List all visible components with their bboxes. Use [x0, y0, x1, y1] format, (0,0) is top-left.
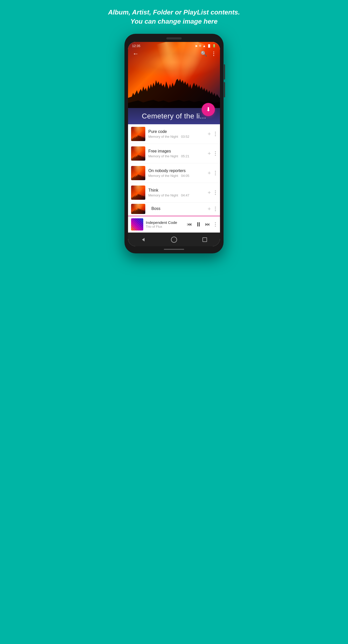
track-duration: 04:47	[181, 193, 189, 197]
track-name: Pure code	[148, 129, 208, 134]
back-nav-button[interactable]	[139, 236, 147, 244]
next-button[interactable]: ⏭	[205, 221, 210, 227]
track-info: Free images Memory of the Night 05:21	[148, 149, 208, 158]
np-controls: ⏮ ⏸ ⏭	[187, 221, 210, 228]
track-name: Free images	[148, 149, 208, 154]
track-list: Pure code Memory of the Night 03:52 +	[128, 124, 220, 216]
recent-nav-button[interactable]	[201, 236, 209, 244]
mini-crowd	[131, 153, 145, 161]
track-meta: Memory of the Night 03:52	[148, 135, 208, 139]
track-item: On nobody reporters Memory of the Night …	[128, 163, 220, 183]
track-thumbnail	[131, 127, 145, 141]
album-title: Cemetery of the li...	[142, 112, 206, 120]
np-info: Independent Code Trio of Flux	[146, 220, 184, 228]
prev-button[interactable]: ⏮	[187, 221, 192, 227]
track-thumbnail	[131, 186, 145, 200]
home-circle-icon	[171, 237, 177, 243]
track-menu-button[interactable]	[214, 189, 217, 196]
np-menu-button[interactable]	[214, 221, 217, 228]
overflow-menu-button[interactable]: ⋮	[211, 51, 216, 57]
np-artist: Trio of Flux	[146, 225, 184, 228]
phone-bottom	[128, 249, 220, 250]
track-artist: Memory of the Night	[148, 174, 178, 178]
thumb-inner	[131, 204, 145, 214]
track-info: Think Memory of the Night 04:47	[148, 188, 208, 197]
track-meta: Memory of the Night 04:05	[148, 174, 208, 178]
mini-crowd	[131, 192, 145, 200]
bottom-nav	[128, 233, 220, 246]
track-thumbnail	[131, 166, 145, 180]
thumb-inner	[131, 186, 145, 200]
thumb-inner	[131, 127, 145, 141]
header-line1: Album, Artist, Folder or PlayList conten…	[108, 8, 240, 17]
add-to-playlist-button[interactable]: +	[208, 170, 211, 176]
track-menu-button[interactable]	[214, 131, 217, 137]
track-item-partial: Boss +	[128, 203, 220, 216]
track-info: Pure code Memory of the Night 03:52	[148, 129, 208, 139]
hero-image: 12:35 ▶ ⚙ ▲ ▐▌ 🔋 ← 🔍 ⋮	[128, 42, 220, 108]
track-name: On nobody reporters	[148, 168, 208, 173]
track-thumbnail	[131, 146, 145, 161]
mini-crowd	[131, 133, 145, 141]
svg-marker-0	[142, 238, 145, 241]
track-actions: +	[208, 189, 217, 196]
np-thumbnail	[131, 218, 143, 231]
add-to-playlist-button[interactable]: +	[208, 131, 211, 137]
track-menu-button[interactable]	[214, 170, 217, 176]
search-button[interactable]: 🔍	[201, 51, 207, 57]
track-item: Free images Memory of the Night 05:21 +	[128, 144, 220, 163]
track-actions: +	[208, 170, 217, 176]
track-actions: +	[208, 150, 217, 157]
mini-crowd	[131, 173, 145, 180]
phone-screen: 12:35 ▶ ⚙ ▲ ▐▌ 🔋 ← 🔍 ⋮ Cemetery o	[128, 42, 220, 246]
pause-button[interactable]: ⏸	[196, 221, 202, 228]
mini-light	[133, 166, 143, 174]
mini-light	[133, 146, 143, 154]
track-artist: Memory of the Night	[148, 154, 178, 158]
thumb-inner	[131, 146, 145, 161]
track-item: Pure code Memory of the Night 03:52 +	[128, 124, 220, 144]
nav-right: 🔍 ⋮	[201, 51, 216, 57]
home-indicator	[164, 249, 184, 250]
add-to-playlist-button[interactable]: +	[208, 150, 211, 157]
track-actions: +	[208, 131, 217, 137]
back-button[interactable]: ←	[132, 49, 140, 58]
nav-overlay: ← 🔍 ⋮	[128, 47, 220, 60]
track-name: Think	[148, 188, 208, 193]
track-artist: Memory of the Night	[148, 193, 178, 197]
track-duration: 03:52	[181, 135, 189, 139]
back-triangle-icon	[141, 237, 146, 242]
header-line2: You can change image here	[108, 17, 240, 26]
track-item: Think Memory of the Night 04:47 +	[128, 183, 220, 203]
thumb-inner	[131, 166, 145, 180]
download-icon: ⬇	[206, 106, 211, 113]
now-playing-bar: Independent Code Trio of Flux ⏮ ⏸ ⏭	[128, 216, 220, 233]
thumb-pattern	[131, 218, 143, 231]
phone-frame: 12:35 ▶ ⚙ ▲ ▐▌ 🔋 ← 🔍 ⋮ Cemetery o	[124, 34, 224, 253]
track-meta: Memory of the Night 05:21	[148, 154, 208, 158]
mini-light	[133, 127, 143, 134]
track-menu-button[interactable]	[214, 206, 217, 212]
track-thumbnail	[131, 204, 145, 214]
recent-square-icon	[202, 237, 207, 242]
add-to-playlist-button[interactable]: +	[208, 206, 211, 212]
np-title: Independent Code	[146, 220, 184, 225]
header-text: Album, Artist, Folder or PlayList conten…	[108, 8, 240, 26]
track-duration: 05:21	[181, 154, 189, 158]
title-bar: Cemetery of the li... ⬇	[128, 108, 220, 124]
track-info: Boss	[151, 206, 208, 212]
track-meta: Memory of the Night 04:47	[148, 193, 208, 197]
track-actions: +	[208, 206, 217, 212]
track-duration: 04:05	[181, 174, 189, 178]
add-to-playlist-button[interactable]: +	[208, 189, 211, 196]
track-artist: Memory of the Night	[148, 135, 178, 139]
track-menu-button[interactable]	[214, 150, 217, 157]
home-nav-button[interactable]	[170, 236, 178, 244]
track-info: On nobody reporters Memory of the Night …	[148, 168, 208, 178]
download-fab[interactable]: ⬇	[202, 103, 215, 116]
track-name: Boss	[151, 206, 208, 211]
mini-light	[133, 186, 143, 193]
